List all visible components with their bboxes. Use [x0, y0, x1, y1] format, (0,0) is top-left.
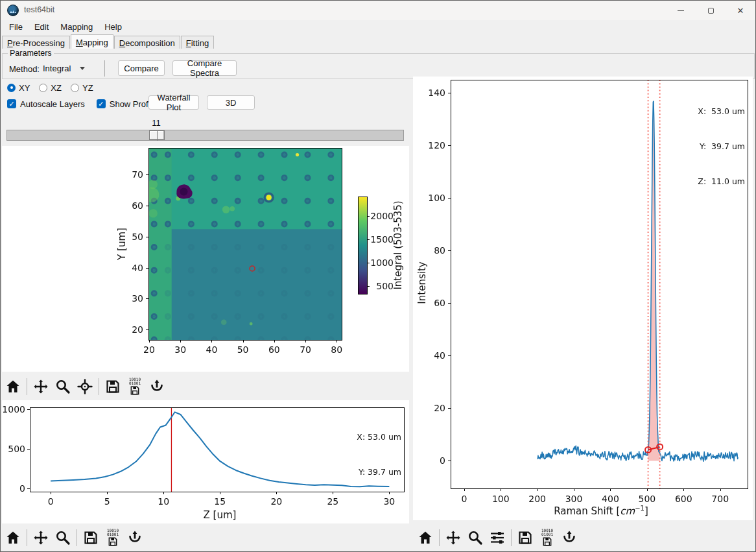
- profile-save-figure-button[interactable]: [80, 527, 102, 549]
- spectrum-save-data-button[interactable]: 1001001001: [536, 527, 558, 549]
- radio-label: YZ: [82, 83, 93, 93]
- checkbox-icon: ✓: [7, 99, 16, 108]
- zoom-icon: [55, 379, 71, 394]
- profile-pan-button[interactable]: [30, 527, 52, 549]
- toolbar-separator: [439, 529, 440, 546]
- close-button[interactable]: ✕: [726, 1, 755, 20]
- threed-button[interactable]: 3D: [207, 95, 255, 110]
- spectrum-toolbar: 1001001001: [414, 525, 751, 551]
- tab-mapping[interactable]: Mapping: [71, 34, 113, 49]
- checkbox-show-profile[interactable]: ✓Show Profile: [97, 99, 157, 109]
- plane-radio-xy[interactable]: XY: [7, 83, 30, 93]
- layer-slider[interactable]: [6, 130, 404, 141]
- map-y-tick-label: 20: [132, 324, 143, 335]
- profile-x-tick-label: 0: [48, 496, 54, 507]
- spectrum-y-tick-label: 0: [440, 455, 445, 466]
- plane-radio-yz[interactable]: YZ: [71, 83, 93, 93]
- save-icon: [105, 379, 121, 394]
- map-x-tick-label: 70: [300, 344, 311, 355]
- z-profile-figure: 05101520253010005000 Z [um] X: 53.0 um Y…: [2, 400, 409, 523]
- colorbar-tick-label: 1000: [370, 258, 394, 268]
- menu-item-edit[interactable]: Edit: [29, 20, 54, 34]
- checkbox-autoscale-layers[interactable]: ✓Autoscale Layers: [7, 99, 85, 109]
- radio-icon: [71, 84, 79, 92]
- map-y-tick-label: 40: [132, 263, 143, 273]
- slider-value-label: 11: [148, 118, 164, 128]
- map-x-tick-label: 30: [174, 344, 186, 355]
- profile-y-tick-label: 500: [8, 444, 25, 454]
- method-value: Integral: [43, 64, 71, 73]
- profile-save-data-button[interactable]: 1001001001: [102, 527, 124, 549]
- spectrum-x-tick-label: 400: [602, 494, 619, 504]
- minimize-button[interactable]: [666, 1, 696, 20]
- colorbar-tick-label: 1500: [370, 234, 394, 245]
- tab-decomposition[interactable]: Decomposition: [114, 36, 180, 49]
- spectrum-zoom-button[interactable]: [464, 527, 486, 549]
- spectrum-export-button[interactable]: [558, 527, 580, 549]
- app-window: test64bit ✕ FileEditMappingHelp Pre-Proc…: [0, 0, 756, 552]
- spectrum-y-tick-label: 40: [434, 350, 445, 361]
- colorbar-label: Integral (503-535): [392, 200, 404, 289]
- map-x-tick-label: 20: [143, 344, 155, 355]
- home-icon: [418, 530, 433, 546]
- tab-fitting[interactable]: Fitting: [181, 36, 214, 49]
- map-export-button[interactable]: [146, 376, 168, 398]
- tab-pre-processing[interactable]: Pre-Processing: [2, 36, 70, 49]
- spectrum-save-figure-button[interactable]: [514, 527, 536, 549]
- profile-home-button[interactable]: [2, 527, 24, 549]
- spectrum-home-button[interactable]: [414, 527, 436, 549]
- save-icon: [517, 530, 533, 546]
- map-toolbar: 1001001001: [2, 373, 409, 400]
- save-icon: [83, 530, 99, 546]
- spectrum-y-tick-label: 100: [428, 193, 445, 203]
- export-icon: [561, 530, 577, 546]
- close-icon: ✕: [737, 6, 744, 16]
- spectrum-x-tick-label: 200: [528, 494, 546, 504]
- layer-controls: ✓Autoscale Layers✓Show Profile: [7, 95, 169, 112]
- layer-slider-handle[interactable]: [149, 130, 165, 140]
- map-pick-point-button[interactable]: [74, 376, 96, 398]
- profile-y-tick-label: 0: [19, 483, 25, 494]
- pan-icon: [445, 530, 461, 546]
- tabbar: Pre-ProcessingMappingDecompositionFittin…: [2, 34, 215, 49]
- separator: [104, 60, 105, 77]
- crosshair-icon: [77, 379, 93, 394]
- spectrum-annotation: X: 53.0 um Y: 39.7 um Z: 11.0 um: [698, 82, 745, 211]
- save-data-icon: [108, 536, 118, 547]
- profile-x-tick-label: 25: [327, 496, 338, 507]
- radio-icon: [7, 84, 16, 92]
- z-profile-canvas[interactable]: [2, 400, 409, 523]
- save-data-icon: [130, 385, 140, 396]
- xy-map-canvas[interactable]: [2, 146, 409, 372]
- waterfall-plot-button[interactable]: Waterfall Plot: [148, 95, 199, 110]
- method-label: Method:: [9, 64, 40, 74]
- profile-x-tick-label: 20: [270, 496, 282, 507]
- profile-x-tick-label: 10: [158, 496, 169, 507]
- spectrum-y-tick-label: 140: [428, 88, 445, 98]
- map-x-tick-label: 50: [237, 344, 249, 355]
- map-save-figure-button[interactable]: [102, 376, 124, 398]
- export-icon: [149, 379, 165, 394]
- map-pan-button[interactable]: [30, 376, 52, 398]
- menu-item-mapping[interactable]: Mapping: [54, 20, 99, 34]
- home-icon: [5, 379, 21, 394]
- map-zoom-button[interactable]: [52, 376, 74, 398]
- sliders-icon: [490, 530, 505, 546]
- map-home-button[interactable]: [2, 376, 24, 398]
- maximize-button[interactable]: [696, 1, 726, 20]
- method-combobox[interactable]: Integral: [43, 60, 96, 76]
- profile-zoom-button[interactable]: [52, 527, 74, 549]
- map-save-data-button[interactable]: 1001001001: [124, 376, 146, 398]
- plane-radio-xz[interactable]: XZ: [39, 83, 62, 93]
- menu-item-help[interactable]: Help: [99, 20, 128, 34]
- profile-export-button[interactable]: [124, 527, 146, 549]
- spectrum-pan-button[interactable]: [442, 527, 464, 549]
- menu-item-file[interactable]: File: [3, 20, 29, 34]
- compare-button[interactable]: Compare: [118, 60, 165, 76]
- spectrum-y-tick-label: 60: [434, 298, 445, 308]
- compare-spectra-button[interactable]: Compare Spectra: [172, 60, 237, 76]
- spectrum-x-tick-label: 0: [461, 494, 467, 504]
- spectrum-y-tick-label: 20: [434, 403, 445, 413]
- colorbar-tick-label: 2000: [370, 211, 394, 221]
- spectrum-subplots-button[interactable]: [486, 527, 508, 549]
